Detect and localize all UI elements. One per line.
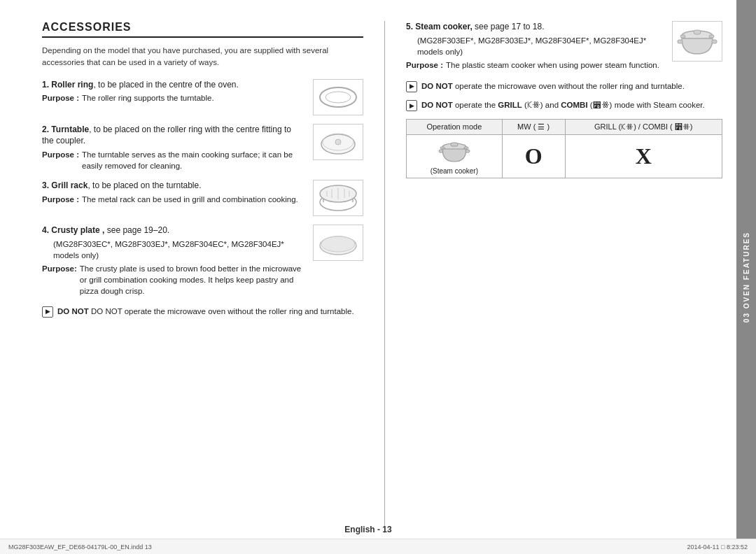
- left-note: ▶ DO NOT DO NOT operate the microwave ov…: [42, 306, 363, 318]
- svg-rect-17: [694, 30, 701, 34]
- item4-bold: Crusty plate ,: [51, 225, 104, 235]
- item1-bold: Roller ring: [51, 80, 93, 90]
- page-number: English - 13: [344, 525, 391, 534]
- svg-point-15: [321, 236, 355, 252]
- grill-rack-image: [313, 180, 363, 216]
- item1-title: 1. Roller ring, to be placed in the cent…: [42, 79, 304, 91]
- item2-bold: Turntable: [51, 125, 89, 134]
- item5-models: (MG28F303EF*, MG28F303EJ*, MG28F304EF*, …: [417, 35, 664, 57]
- item4-models: (MG28F303EC*, MG28F303EJ*, MG28F304EC*, …: [53, 239, 304, 261]
- section-title: ACCESSORIES: [42, 21, 363, 38]
- note-icon-r1: ▶: [406, 81, 417, 92]
- purpose5-text: The plastic steam cooker when using powe…: [446, 59, 659, 71]
- svg-rect-19: [709, 35, 714, 38]
- table-row1-col2: O: [502, 134, 565, 178]
- roller-ring-image: [313, 79, 363, 115]
- bottom-bar: MG28F303EAW_EF_DE68-04179L-00_EN.indd 13…: [0, 539, 756, 554]
- item-crusty-plate: 4. Crusty plate , see page 19–20. (MG28F…: [42, 225, 363, 297]
- purpose4-text: The crusty plate is used to brown food b…: [80, 263, 304, 297]
- item-grill-rack: 3. Grill rack, to be placed on the turnt…: [42, 180, 363, 216]
- table-col2-header: MW ( ☰ ): [502, 119, 565, 134]
- purpose2-text: The turntable serves as the main cooking…: [82, 149, 304, 171]
- right-note2: ▶ DO NOT operate the GRILL (ꗪꗥ) and COMB…: [406, 99, 722, 111]
- operation-mode-table: Operation mode MW ( ☰ ) GRILL (ꗪꗥ) / COM…: [406, 119, 722, 178]
- steam-cooker-image-top: [672, 21, 722, 62]
- page-footer: English - 13: [0, 525, 736, 534]
- note-icon-r2: ▶: [406, 100, 417, 111]
- item-steam-cooker: 5. Steam cooker, see page 17 to 18. (MG2…: [406, 21, 722, 71]
- svg-rect-21: [712, 40, 717, 43]
- sidebar: 03 OVEN FEATURES: [736, 0, 756, 554]
- item3-rest: , to be placed on the turntable.: [88, 180, 201, 190]
- item-turntable: 2. Turntable, to be placed on the roller…: [42, 124, 363, 172]
- right-note1: ▶ DO NOT operate the microwave oven with…: [406, 80, 722, 92]
- table-col1-header: Operation mode: [407, 119, 503, 134]
- item3-bold: Grill rack: [51, 180, 88, 190]
- intro-text: Depending on the model that you have pur…: [42, 45, 363, 69]
- purpose3-text: The metal rack can be used in grill and …: [82, 194, 298, 205]
- item3-title: 3. Grill rack, to be placed on the turnt…: [42, 180, 304, 192]
- table-col3-header: GRILL (ꗪꗥ) / COMBI ( ꫻ꗥ): [565, 119, 722, 134]
- svg-point-4: [335, 139, 341, 145]
- purpose4-label: Purpose:: [42, 263, 77, 297]
- bottom-right: 2014-04-11 □ 8:23:52: [687, 544, 748, 551]
- svg-rect-18: [680, 35, 685, 38]
- item-roller-ring: 1. Roller ring, to be placed in the cent…: [42, 79, 363, 115]
- purpose1-label: Purpose :: [42, 92, 79, 104]
- purpose1-text: The roller ring supports the turntable.: [82, 92, 214, 104]
- purpose2-label: Purpose :: [42, 149, 79, 171]
- item5-rest: see page 17 to 18.: [472, 22, 545, 31]
- table-row1-col3: X: [565, 134, 722, 178]
- purpose5-label: Purpose :: [406, 59, 443, 71]
- svg-rect-26: [439, 150, 443, 152]
- sidebar-label-text: 03 OVEN FEATURES: [743, 232, 750, 322]
- item4-title: 4. Crusty plate , see page 19–20.: [42, 225, 304, 236]
- item1-rest: , to be placed in the centre of the oven…: [93, 80, 238, 90]
- svg-rect-20: [678, 40, 682, 43]
- svg-rect-23: [451, 143, 458, 146]
- table-row1-col1: (Steam cooker): [407, 134, 503, 178]
- svg-point-1: [326, 92, 351, 103]
- item5-bold: Steam cooker,: [415, 22, 472, 31]
- item5-title: 5. Steam cooker, see page 17 to 18.: [406, 21, 664, 33]
- purpose3-label: Purpose :: [42, 194, 79, 205]
- turntable-image: [313, 124, 363, 160]
- svg-rect-27: [465, 150, 470, 152]
- item2-title: 2. Turntable, to be placed on the roller…: [42, 124, 304, 148]
- note-icon: ▶: [42, 306, 53, 318]
- crusty-plate-image: [313, 225, 363, 261]
- bottom-left: MG28F303EAW_EF_DE68-04179L-00_EN.indd 13: [8, 544, 152, 551]
